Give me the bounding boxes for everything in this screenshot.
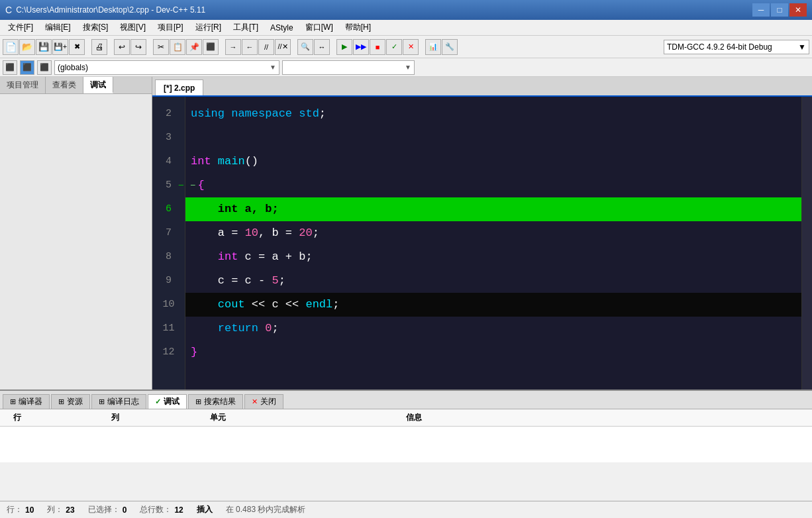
menu-edit[interactable]: 编辑[E]	[40, 21, 76, 34]
code-editor[interactable]: 2 3 4 5─ 6 7 8 9 10 11 12 using	[152, 97, 812, 389]
editor-area: [*] 2.cpp 2 3 4 5─ 6 7 8 9 10 11 12	[152, 77, 812, 389]
menu-tools[interactable]: 工具[T]	[228, 21, 264, 34]
vertical-scrollbar[interactable]	[801, 97, 812, 389]
indent-button[interactable]: →	[225, 39, 241, 55]
minimize-button[interactable]: ─	[752, 3, 770, 17]
toolbar2: ⬛ ⬛ ⬛ (globals) ▼ ▼	[0, 58, 812, 77]
status-selected: 已选择： 0	[88, 504, 127, 515]
tb2-btn3[interactable]: ⬛	[37, 60, 52, 75]
compiler-combo[interactable]: ▼	[282, 60, 415, 75]
uncomment-button[interactable]: //✕	[275, 39, 291, 55]
selected-label: 已选择：	[88, 504, 120, 515]
unindent-button[interactable]: ←	[242, 39, 258, 55]
code-line-7: a = 10 , b = 20 ;	[185, 221, 801, 245]
code-line-2: using namespace std ;	[185, 102, 801, 126]
code-line-10: cout << c << endl ;	[185, 293, 801, 317]
code-content[interactable]: using namespace std ; int main ()	[185, 97, 801, 389]
globals-combo-text: (globals)	[58, 63, 88, 72]
selected-value: 0	[123, 505, 127, 515]
lpanel-tab-debug[interactable]: 调试	[83, 77, 113, 93]
tb2-btn1[interactable]: ⬛	[3, 60, 17, 75]
find-button[interactable]: 🔍	[297, 39, 313, 55]
menu-run[interactable]: 运行[R]	[190, 21, 227, 34]
col-value: 23	[66, 505, 74, 515]
menu-astyle[interactable]: AStyle	[265, 22, 299, 34]
copy-button[interactable]: 📋	[170, 39, 185, 55]
left-panel-tabs: 项目管理 查看类 调试	[0, 77, 152, 94]
toolbar-group-5: → ← // //✕	[225, 39, 291, 55]
close-file-button[interactable]: ✖	[69, 39, 85, 55]
menu-bar: 文件[F] 编辑[E] 搜索[S] 视图[V] 项目[P] 运行[R] 工具[T…	[0, 20, 812, 36]
tb2-btn2[interactable]: ⬛	[20, 60, 34, 75]
stop-button[interactable]: ■	[370, 39, 385, 55]
btm-tab-close[interactable]: ✕ 关闭	[244, 394, 283, 409]
close-panel-icon: ✕	[252, 397, 258, 406]
btm-tab-search[interactable]: ⊞ 搜索结果	[188, 394, 243, 409]
menu-search[interactable]: 搜索[S]	[77, 21, 114, 34]
new-button[interactable]: 📄	[3, 39, 19, 55]
save-all-button[interactable]: 💾+	[52, 39, 68, 55]
compiler-selector-arrow: ▼	[798, 42, 806, 52]
toolbar-group-4: ✂ 📋 📌 ⬛	[153, 39, 219, 55]
compiler-icon: ⊞	[10, 397, 16, 406]
menu-project[interactable]: 项目[P]	[152, 21, 189, 34]
linenum-9: 9	[152, 269, 185, 293]
btm-tab-close-label: 关闭	[260, 396, 276, 407]
compile-button[interactable]: ▶	[336, 39, 352, 55]
lpanel-tab-class[interactable]: 查看类	[46, 77, 83, 93]
compiler-combo-arrow: ▼	[405, 64, 411, 71]
btm-tab-debug[interactable]: ✓ 调试	[148, 394, 187, 409]
left-panel-content	[0, 94, 152, 389]
total-value: 12	[174, 505, 183, 515]
status-insert: 插入	[197, 504, 213, 515]
check-button[interactable]: ✓	[386, 39, 402, 55]
btm-tab-resource[interactable]: ⊞ 资源	[51, 394, 90, 409]
btm-tab-complog[interactable]: ⊞ 编译日志	[91, 394, 146, 409]
code-line-3	[185, 126, 801, 150]
maximize-button[interactable]: □	[771, 3, 788, 17]
print-button[interactable]: 🖨	[91, 39, 107, 55]
open-button[interactable]: 📂	[19, 39, 35, 55]
debug-button[interactable]: 🔧	[442, 39, 458, 55]
menu-window[interactable]: 窗口[W]	[300, 21, 338, 34]
compiler-selector[interactable]: TDM-GCC 4.9.2 64-bit Debug ▼	[664, 40, 809, 54]
toolbar-group-7: ▶ ▶▶ ■ ✓ ✕	[336, 39, 419, 55]
menu-file[interactable]: 文件[F]	[3, 21, 38, 34]
left-panel: 项目管理 查看类 调试	[0, 77, 152, 389]
btm-tab-search-label: 搜索结果	[204, 396, 236, 407]
cut-button[interactable]: ✂	[153, 39, 169, 55]
paste-button[interactable]: 📌	[186, 39, 202, 55]
close-button[interactable]: ✕	[789, 3, 807, 17]
run-button[interactable]: ▶▶	[353, 39, 369, 55]
cross-button[interactable]: ✕	[403, 39, 419, 55]
globals-combo[interactable]: (globals) ▼	[54, 60, 279, 75]
menu-help[interactable]: 帮助[H]	[340, 21, 376, 34]
save-button[interactable]: 💾	[36, 39, 52, 55]
btm-tab-complog-label: 编译日志	[107, 396, 139, 407]
btm-tab-compiler[interactable]: ⊞ 编译器	[3, 394, 50, 409]
lpanel-tab-project[interactable]: 项目管理	[0, 77, 46, 93]
bottom-table-header: 行 列 单元 信息	[0, 409, 812, 427]
linenum-7: 7	[152, 221, 185, 245]
menu-view[interactable]: 视图[V]	[115, 21, 151, 34]
debug-icon: ✓	[155, 397, 161, 406]
title-bar: C C:\Users\Administrator\Desktop\2.cpp -…	[0, 0, 812, 20]
linenum-11: 11	[152, 317, 185, 340]
undo-button[interactable]: ↩	[114, 39, 130, 55]
file-tab-label: [*] 2.cpp	[164, 83, 195, 93]
resource-icon: ⊞	[58, 397, 64, 406]
toolbar-group-3: ↩ ↪	[114, 39, 146, 55]
replace-button[interactable]: ↔	[314, 39, 330, 55]
app-icon: C	[5, 5, 12, 15]
comment-button[interactable]: //	[258, 39, 274, 55]
title-text: C:\Users\Administrator\Desktop\2.cpp - D…	[16, 5, 205, 15]
complog-icon: ⊞	[99, 397, 105, 406]
linenum-3: 3	[152, 126, 185, 150]
redo-button[interactable]: ↪	[130, 39, 146, 55]
status-message: 在 0.483 秒内完成解析	[226, 504, 306, 515]
profile-button[interactable]: 📊	[425, 39, 441, 55]
col-row: 行	[13, 412, 111, 423]
select-all-button[interactable]: ⬛	[203, 39, 219, 55]
code-line-12: }	[185, 340, 801, 364]
file-tab-2cpp[interactable]: [*] 2.cpp	[155, 79, 203, 95]
